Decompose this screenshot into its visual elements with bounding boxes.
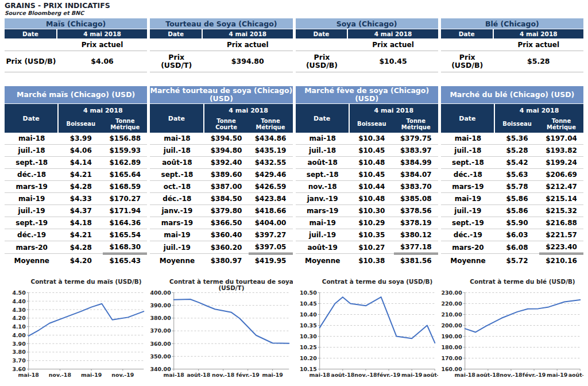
cell-value: $360.40 — [204, 229, 249, 241]
market-table-title: Marché maïs (Chicago) (USD) — [5, 86, 147, 103]
cell-date: mai-19 — [150, 229, 204, 241]
table-row: juil.-19$4.37$171.94 — [5, 205, 147, 217]
spot-table-mais: Maïs (Chicago) Date 4 mai 2018 Prix actu… — [5, 18, 147, 72]
table-row: mai-19$4.33$170.27 — [5, 193, 147, 205]
table-row: juil.-18$4.06$159.93 — [5, 145, 147, 157]
summary-value: $419.95 — [249, 254, 293, 268]
summary-value: $4.20 — [59, 254, 103, 268]
cell-value: $10.45 — [350, 145, 394, 157]
y-axis-label: 400.00 — [150, 290, 172, 296]
price-unit-label: Prix(USD/T) — [150, 51, 203, 72]
cell-value: $418.66 — [249, 205, 293, 217]
cell-value: $168.30 — [103, 241, 147, 254]
date-value-header: 4 mai 2018 — [350, 104, 438, 115]
cell-value: $4.33 — [59, 193, 103, 205]
report-page: GRAINS - PRIX INDICATIFS Source Bloomber… — [0, 0, 588, 386]
date-value: 4 mai 2018 — [57, 29, 147, 38]
cell-value: $4.18 — [59, 217, 103, 229]
cell-value: $215.32 — [539, 205, 583, 217]
cell-date: juil.-18 — [296, 145, 350, 157]
table-row: sept.-18$10.45$384.07 — [296, 169, 438, 181]
summary-row: Moyenne $10.38 $381.56 — [296, 254, 438, 268]
cell-value: $168.59 — [103, 181, 147, 193]
cell-date: mai-19 — [5, 193, 59, 205]
cell-value: $5.78 — [495, 181, 539, 193]
current-price-row: Prix actuel — [5, 38, 147, 51]
data-line — [29, 304, 144, 336]
cell-date: janv.-19 — [150, 205, 204, 217]
cell-value: $387.00 — [204, 181, 249, 193]
price-row: Prix (USD/B) $4.06 — [5, 51, 147, 72]
y-axis-label: 10.15 — [299, 366, 316, 372]
cell-value: $378.19 — [394, 217, 438, 229]
date-value-header: 4 mai 2018 — [204, 104, 293, 115]
table-row: mars-19$5.78$212.47 — [441, 181, 583, 193]
x-axis-label: mai-18 — [309, 372, 330, 378]
unit-column-header: Tonne Métrique — [394, 115, 438, 133]
cell-value: $165.64 — [103, 169, 147, 181]
cell-date: août-18 — [296, 157, 350, 169]
cell-date: déc.-18 — [441, 169, 495, 181]
table-row: mai-18$10.34$379.75 — [296, 133, 438, 145]
x-axis-label: mai-19 — [547, 372, 567, 378]
cell-value: $215.14 — [539, 193, 583, 205]
cell-date: déc.-18 — [5, 169, 59, 181]
cell-date: août-19 — [296, 241, 350, 254]
chart-title: (USD/T) — [219, 284, 245, 291]
table-row: mars-19$4.28$168.59 — [5, 181, 147, 193]
cell-date: mai-18 — [441, 133, 495, 145]
data-line — [174, 299, 289, 343]
y-axis-label: 10.50 — [299, 290, 316, 296]
cell-date: janv.-19 — [296, 193, 350, 205]
y-axis-label: 10.20 — [299, 355, 316, 361]
table-row: août-19$10.27$377.18 — [296, 241, 438, 254]
cell-date: oct.-18 — [150, 181, 204, 193]
table-row: déc.-19$6.03$221.57 — [441, 229, 583, 241]
table-row: mai-18$3.99$156.88 — [5, 133, 147, 145]
summary-row: Moyenne $4.20 $165.43 — [5, 254, 147, 268]
cell-date: mai-18 — [150, 133, 204, 145]
cell-date: mars-19 — [296, 205, 350, 217]
y-axis-label: 360.00 — [150, 341, 172, 347]
cell-value: $392.40 — [204, 157, 249, 169]
table-row: mai-18$394.50$434.86 — [150, 133, 292, 145]
current-price-label: Prix actuel — [348, 38, 438, 51]
market-table-title: Marché fève de soya (Chicago) (USD) — [296, 86, 438, 103]
table-row: janv.-19$10.48$385.08 — [296, 193, 438, 205]
cell-value: $5.86 — [495, 193, 539, 205]
cell-value: $165.54 — [103, 229, 147, 241]
summary-row: Moyenne $380.97 $419.95 — [150, 254, 292, 268]
current-price-label: Prix actuel — [494, 38, 583, 51]
spot-table-ble: Blé (Chicago) Date 4 mai 2018 Prix actue… — [441, 18, 583, 72]
cell-date: sept.-18 — [441, 157, 495, 169]
unit-column-header: Boisseau — [350, 115, 394, 133]
price-row: Prix(USD/B) $5.28 — [441, 51, 583, 72]
market-table-title: Marché tourteau de soya (Chicago) (USD) — [150, 86, 292, 103]
cell-value: $170.27 — [103, 193, 147, 205]
x-axis-label: mai-19 — [81, 372, 102, 378]
unit-column-header: Boisseau — [495, 115, 539, 133]
cell-date: mai-19 — [296, 217, 350, 229]
table-row: mars-19$10.30$378.56 — [296, 205, 438, 217]
x-axis-label: nov.-19 — [111, 372, 134, 378]
unit-column-header: Tonne Courte — [204, 115, 249, 133]
x-axis-label: mai-18 — [164, 372, 184, 378]
spot-table-soya: Soya (Chicago) Date 4 mai 2018 Prix actu… — [296, 18, 438, 72]
cell-value: $360.20 — [204, 241, 249, 254]
cell-value: $199.24 — [539, 157, 583, 169]
table-row: sept.-18$4.14$162.89 — [5, 157, 147, 169]
cell-value: $10.35 — [350, 229, 394, 241]
cell-date: déc.-18 — [150, 193, 204, 205]
table-row: janv.-19$379.80$418.66 — [150, 205, 292, 217]
cell-date: mai-19 — [441, 193, 495, 205]
spot-table-header: Date 4 mai 2018 — [5, 29, 147, 38]
summary-value: $10.38 — [350, 254, 394, 268]
chart-title: Contrat à terme du tourteau de soya — [169, 278, 292, 285]
unit-column-header: Tonne Métrique — [249, 115, 293, 133]
current-price-row: Prix actuel — [441, 38, 583, 51]
cell-date: déc.-19 — [441, 229, 495, 241]
table-row: mars-20$4.28$168.30 — [5, 241, 147, 254]
cell-value: $404.00 — [249, 217, 293, 229]
cell-value: $397.05 — [249, 241, 293, 254]
cell-date: mars-19 — [5, 181, 59, 193]
